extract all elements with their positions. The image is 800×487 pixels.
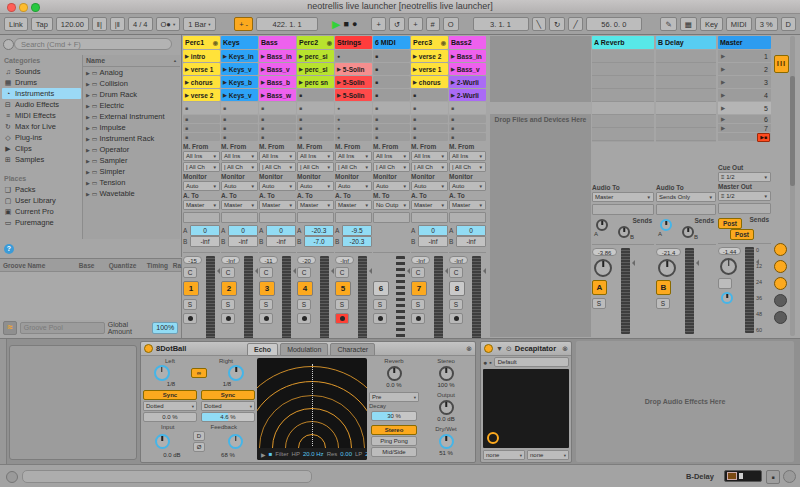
pan-knob[interactable]: C	[259, 267, 273, 278]
input-channel-chooser[interactable]: | All Ch▼	[449, 162, 486, 172]
output-chooser[interactable]: Sends Only▼	[656, 192, 716, 202]
empty-clip-slot[interactable]: ■	[449, 115, 486, 123]
hot-swap-icon[interactable]: ⊗	[562, 345, 568, 353]
clip-play-icon[interactable]: ▶	[185, 53, 189, 59]
send-a-value[interactable]: -20.3	[304, 225, 334, 236]
phase-invert-toggle[interactable]: Ø	[193, 442, 205, 452]
info-view-toggle-icon[interactable]	[6, 471, 18, 483]
arm-button[interactable]	[335, 313, 349, 324]
pan-knob[interactable]: C	[221, 267, 235, 278]
empty-clip-slot[interactable]: ■	[373, 102, 410, 114]
show-io-toggle[interactable]	[774, 243, 787, 256]
track-header[interactable]: Keys	[221, 36, 258, 49]
sidebar-item-drums[interactable]: ▦Drums	[2, 77, 81, 88]
list-item[interactable]: ▶▭Operator	[83, 144, 180, 155]
session-record-button[interactable]: O	[443, 17, 459, 31]
output-chooser[interactable]: Master▼	[449, 200, 486, 210]
global-amount-value[interactable]: 100%	[152, 322, 178, 334]
send-b-value[interactable]: -inf	[418, 236, 448, 247]
scrollbar-thumb[interactable]	[790, 76, 795, 186]
track-header[interactable]: Strings	[335, 36, 372, 49]
clip-slot[interactable]: ▶Bass_v	[259, 63, 296, 75]
level-meter[interactable]	[472, 256, 481, 342]
track-activator[interactable]: 8	[449, 281, 465, 296]
send-a-knob[interactable]	[596, 219, 608, 231]
sidebar-item-clips[interactable]: ▶Clips	[2, 143, 81, 154]
clip-play-icon[interactable]: ▶	[223, 79, 227, 85]
empty-clip-slot[interactable]: ■	[449, 102, 486, 114]
clip-play-icon[interactable]: ▶	[299, 79, 303, 85]
arm-button[interactable]	[411, 313, 425, 324]
dry-wet-knob[interactable]	[439, 434, 454, 449]
clip-slot[interactable]: ▶perc sn	[297, 76, 334, 88]
send-a-value[interactable]: 0	[190, 225, 220, 236]
solo-button[interactable]: S	[449, 299, 463, 310]
empty-clip-slot[interactable]: ■	[373, 115, 410, 123]
list-item[interactable]: ▶▭Wavetable	[83, 188, 180, 199]
dry-wet-value[interactable]: 51 %	[439, 450, 453, 457]
show-delay-toggle[interactable]	[774, 311, 787, 324]
volume-knob[interactable]	[658, 259, 676, 277]
capture-midi-button[interactable]: #	[426, 17, 440, 31]
input-type-chooser[interactable]: All Ins▼	[373, 151, 410, 161]
left-sync-button[interactable]: Sync	[143, 390, 197, 400]
empty-clip-slot[interactable]: ■	[373, 89, 410, 101]
arm-button[interactable]	[449, 313, 463, 324]
overview-button[interactable]: III	[774, 55, 789, 73]
track-delay-field[interactable]	[411, 212, 448, 223]
list-item[interactable]: ▶▭Simpler	[83, 166, 180, 177]
monitor-chooser[interactable]: Auto▼	[449, 181, 486, 191]
show-returns-toggle[interactable]	[774, 277, 787, 290]
clip-stop-slot[interactable]: ■	[373, 133, 410, 141]
clip-stop-slot[interactable]: ■	[183, 133, 220, 141]
input-channel-chooser[interactable]: | All Ch▼	[335, 162, 372, 172]
hp-res-value[interactable]: 0.00	[340, 451, 352, 457]
monitor-chooser[interactable]: Auto▼	[335, 181, 372, 191]
clip-play-icon[interactable]: ▶	[413, 79, 417, 85]
clip-play-icon[interactable]: ▶	[261, 53, 265, 59]
send-a-knob[interactable]	[660, 219, 672, 231]
right-delay-knob[interactable]	[228, 365, 244, 381]
feedback-knob[interactable]	[228, 434, 243, 449]
solo-button[interactable]: S	[335, 299, 349, 310]
scene-slot[interactable]: ▶3	[718, 76, 771, 88]
device-view-handle[interactable]	[0, 339, 7, 466]
scene-slot[interactable]: ▶2	[718, 63, 771, 75]
empty-clip-slot[interactable]: ■	[297, 124, 334, 132]
filter-display-toggle[interactable]: ▶	[261, 451, 266, 458]
track-header[interactable]: Perc3◉	[411, 36, 448, 49]
sidebar-item-midi-effects[interactable]: ≡MIDI Effects	[2, 110, 81, 121]
right-sync-button[interactable]: Sync	[201, 390, 255, 400]
output-chooser[interactable]: Master▼	[259, 200, 296, 210]
pan-knob[interactable]: C	[335, 267, 349, 278]
crossfade-assign[interactable]	[718, 278, 732, 289]
tap-tempo-button[interactable]: Tap	[31, 17, 53, 31]
clip-stop-slot[interactable]: ■	[297, 133, 334, 141]
clip-slot[interactable]: ▶Keys_v	[221, 63, 258, 75]
empty-clip-slot[interactable]: ■	[373, 76, 410, 88]
sidebar-item-user-library[interactable]: ▢User Library	[2, 195, 81, 206]
track-header[interactable]: Perc2◉	[297, 36, 334, 49]
track-delay-field[interactable]	[718, 203, 771, 214]
solo-button[interactable]: S	[259, 299, 273, 310]
scene-slot-selected[interactable]: ▶5	[718, 102, 771, 114]
monitor-chooser[interactable]: Auto▼	[221, 181, 258, 191]
filter-on-icon[interactable]: ■	[269, 451, 273, 457]
input-type-chooser[interactable]: All Ins▼	[449, 151, 486, 161]
empty-clip-slot[interactable]: ■	[411, 102, 448, 114]
solo-button[interactable]: S	[297, 299, 311, 310]
send-a-value[interactable]: 0	[266, 225, 296, 236]
clip-stop-icon[interactable]: ■	[375, 53, 378, 59]
track-activator[interactable]: 7	[411, 281, 427, 296]
track-menu-icon[interactable]: ◉	[213, 39, 218, 46]
pan-knob[interactable]: C	[183, 267, 197, 278]
scene-slot[interactable]: ▶7	[718, 124, 771, 132]
clip-stop-slot[interactable]: ■	[411, 133, 448, 141]
device-title[interactable]: 8DotBall	[156, 344, 186, 353]
list-item[interactable]: ▶▭Collision	[83, 78, 180, 89]
loop-length-field[interactable]: 56. 0. 0	[586, 17, 642, 31]
solo-button[interactable]: S	[373, 299, 387, 310]
clip-slot[interactable]: ▶Bass_in	[449, 50, 486, 62]
monitor-chooser[interactable]: Auto▼	[183, 181, 220, 191]
sidebar-item-instruments[interactable]: ◔Instruments	[2, 88, 81, 99]
